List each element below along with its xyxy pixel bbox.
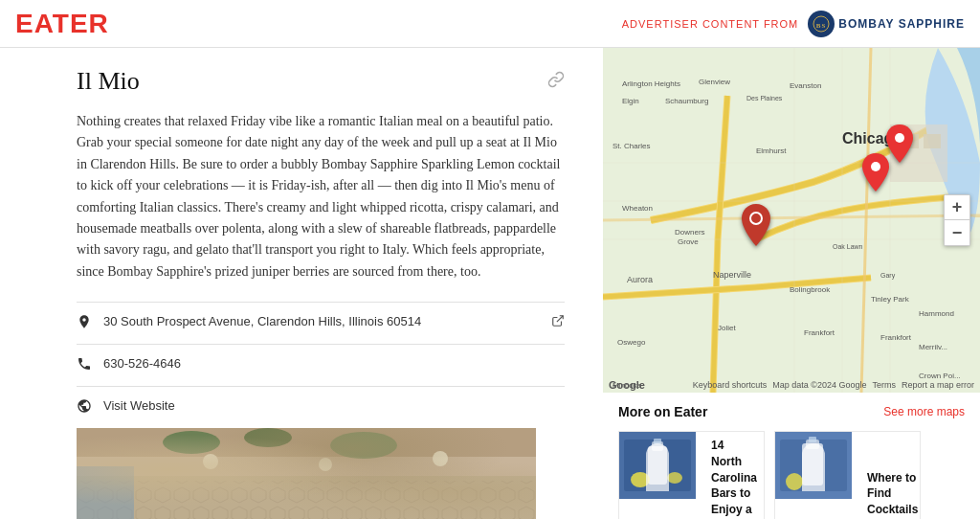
svg-point-9 xyxy=(319,458,332,471)
svg-rect-56 xyxy=(648,446,667,485)
svg-text:Grove: Grove xyxy=(678,237,699,246)
svg-text:Aurora: Aurora xyxy=(627,275,653,284)
map-controls: + − xyxy=(944,194,970,246)
svg-rect-57 xyxy=(652,441,663,451)
phone-row: 630-526-4646 xyxy=(77,344,565,386)
article-1-thumbnail xyxy=(619,432,696,499)
svg-rect-63 xyxy=(802,443,823,485)
location-icon xyxy=(77,314,94,332)
svg-point-53 xyxy=(750,213,762,224)
bombay-sapphire-icon: BS xyxy=(808,11,835,37)
svg-text:Evanston: Evanston xyxy=(790,81,821,90)
left-panel: Il Mio Nothing creates that relaxed Frid… xyxy=(0,48,603,519)
place-description: Nothing creates that relaxed Friday vibe… xyxy=(77,111,565,282)
svg-text:Wheaton: Wheaton xyxy=(622,204,653,213)
map-container[interactable]: Arlington Heights Glenview Elgin Schaumb… xyxy=(603,48,980,393)
phone-text[interactable]: 630-526-4646 xyxy=(103,356,565,371)
svg-text:Oswego: Oswego xyxy=(617,338,646,347)
article-card-1[interactable]: 14 North Carolina Bars to Enjoy a Cockta… xyxy=(618,431,765,519)
place-title-container: Il Mio xyxy=(77,67,565,96)
svg-point-8 xyxy=(203,454,218,469)
svg-text:Downers: Downers xyxy=(675,228,705,237)
article-1-headline: 14 North Carolina Bars to Enjoy a Cockta… xyxy=(711,438,757,519)
svg-point-52 xyxy=(895,133,904,143)
svg-text:St. Charles: St. Charles xyxy=(612,142,651,150)
svg-text:Oak Lawn: Oak Lawn xyxy=(833,243,863,250)
website-link[interactable]: Visit Website xyxy=(103,398,565,413)
keyboard-shortcuts-link[interactable]: Keyboard shortcuts xyxy=(693,380,768,390)
article-2-thumbnail xyxy=(775,432,852,499)
svg-point-6 xyxy=(244,428,292,447)
phone-icon xyxy=(77,356,94,374)
website-row[interactable]: Visit Website xyxy=(77,386,565,428)
address-external-link-icon[interactable] xyxy=(551,314,565,330)
svg-text:Bolingbrook: Bolingbrook xyxy=(790,285,831,294)
next-card xyxy=(930,431,965,519)
svg-text:Frankfort: Frankfort xyxy=(880,333,912,342)
svg-rect-12 xyxy=(77,481,536,519)
map-attribution: Google Keyboard shortcuts Map data ©2024… xyxy=(603,379,980,391)
zoom-in-button[interactable]: + xyxy=(945,195,969,220)
article-cards-container: 14 North Carolina Bars to Enjoy a Cockta… xyxy=(618,431,965,519)
main-content: Il Mio Nothing creates that relaxed Frid… xyxy=(0,48,980,519)
advertiser-label: ADVERTISER CONTENT FROM xyxy=(622,18,799,30)
sponsor-name: BOMBAY SAPPHIRE xyxy=(838,17,965,31)
map-svg: Arlington Heights Glenview Elgin Schaumb… xyxy=(603,48,980,393)
svg-text:Naperville: Naperville xyxy=(713,270,751,280)
more-on-eater-title: More on Eater xyxy=(618,404,707,419)
svg-rect-24 xyxy=(924,134,941,148)
eater-logo[interactable]: EATER xyxy=(15,9,109,39)
svg-point-51 xyxy=(871,162,880,171)
svg-text:Frankfort: Frankfort xyxy=(804,328,835,337)
svg-rect-65 xyxy=(809,437,816,442)
svg-text:Arlington Heights: Arlington Heights xyxy=(622,79,680,88)
right-panel: Arlington Heights Glenview Elgin Schaumb… xyxy=(603,48,980,519)
svg-point-60 xyxy=(667,472,682,484)
svg-text:Glenview: Glenview xyxy=(699,78,730,86)
report-error-link[interactable]: Report a map error xyxy=(902,380,974,390)
svg-line-2 xyxy=(557,316,563,322)
svg-point-5 xyxy=(163,431,220,454)
svg-text:Des Plaines: Des Plaines xyxy=(746,95,783,102)
svg-text:Gary: Gary xyxy=(880,272,896,280)
svg-text:Hammond: Hammond xyxy=(919,309,954,318)
zoom-out-button[interactable]: − xyxy=(945,220,969,245)
article-2-headline: Where to Find Cocktails That Taste Like … xyxy=(867,470,918,519)
terms-link[interactable]: Terms xyxy=(872,380,896,390)
svg-text:Tinley Park: Tinley Park xyxy=(871,295,910,304)
advertiser-area: ADVERTISER CONTENT FROM BS BOMBAY SAPPHI… xyxy=(622,11,965,37)
copy-link-icon[interactable] xyxy=(547,71,565,93)
svg-text:Schaumburg: Schaumburg xyxy=(665,97,708,105)
article-1-info: 14 North Carolina Bars to Enjoy a Cockta… xyxy=(703,432,765,519)
svg-rect-11 xyxy=(77,476,536,519)
more-on-eater-section: More on Eater See more maps xyxy=(603,393,980,519)
svg-rect-3 xyxy=(77,428,536,519)
svg-point-7 xyxy=(330,432,397,459)
svg-rect-13 xyxy=(77,466,134,519)
svg-rect-4 xyxy=(77,428,536,457)
svg-text:Joliet: Joliet xyxy=(718,324,736,332)
restaurant-image xyxy=(77,428,536,519)
svg-point-59 xyxy=(631,472,650,487)
bombay-sapphire-logo: BS BOMBAY SAPPHIRE xyxy=(808,11,965,37)
svg-text:Merrilv...: Merrilv... xyxy=(919,343,947,351)
page-header: EATER ADVERTISER CONTENT FROM BS BOMBAY … xyxy=(0,0,980,48)
google-logo: Google xyxy=(609,379,645,391)
article-2-info: Where to Find Cocktails That Taste Like … xyxy=(859,432,921,519)
address-row: 30 South Prospect Avenue, Clarendon Hill… xyxy=(77,302,565,344)
more-on-eater-header: More on Eater See more maps xyxy=(618,404,965,419)
article-card-2[interactable]: Where to Find Cocktails That Taste Like … xyxy=(774,431,921,519)
svg-text:BS: BS xyxy=(816,22,827,30)
svg-point-66 xyxy=(786,473,803,490)
map-data-label: Map data ©2024 Google xyxy=(772,380,866,390)
place-name: Il Mio xyxy=(77,67,140,96)
see-more-maps-link[interactable]: See more maps xyxy=(883,405,965,418)
svg-point-10 xyxy=(433,451,448,466)
svg-rect-58 xyxy=(654,439,661,444)
svg-text:Elgin: Elgin xyxy=(622,97,639,105)
globe-icon xyxy=(77,398,94,417)
address-text: 30 South Prospect Avenue, Clarendon Hill… xyxy=(103,314,542,328)
svg-text:Elmhurst: Elmhurst xyxy=(756,147,787,155)
